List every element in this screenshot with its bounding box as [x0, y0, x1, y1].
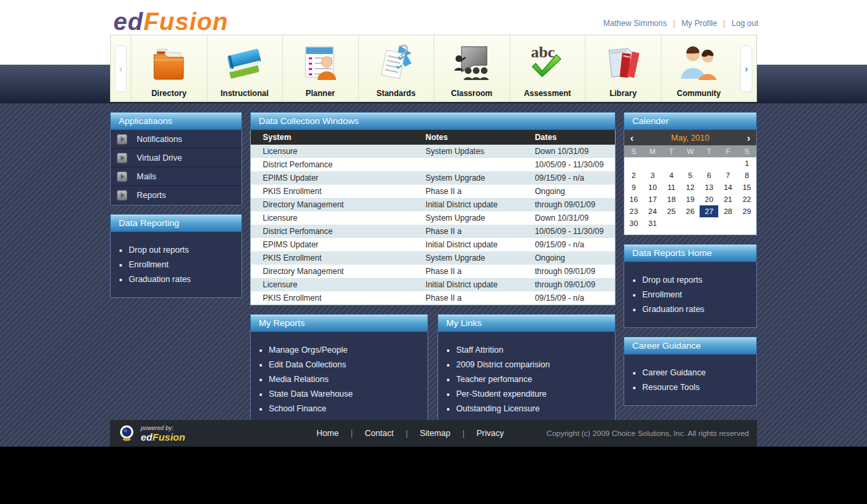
separator: | [723, 19, 725, 28]
list-item-link[interactable]: 2009 District comparision [456, 360, 610, 369]
sidebar-item-label: Notifications [137, 135, 182, 144]
table-header-row: System Notes Dates [251, 130, 615, 145]
calendar-day[interactable]: 4 [662, 169, 681, 181]
nav-standards[interactable]: Standards [358, 35, 434, 101]
calendar-day[interactable]: 12 [681, 181, 700, 193]
list-item-link[interactable]: State Data Warehouse [269, 389, 422, 399]
calendar-day[interactable]: 31 [643, 217, 662, 229]
nav-classroom[interactable]: Classroom [434, 35, 510, 101]
calendar-day[interactable]: 18 [662, 193, 681, 205]
calendar-next-button[interactable]: › [747, 131, 750, 145]
sidebar-item-label: Virtual Drive [137, 153, 182, 163]
list-item-link[interactable]: Resource Tools [642, 383, 751, 392]
list-item-link[interactable]: School Finance [269, 404, 422, 413]
footer-links: HomeContactSitemapPrivacy [283, 429, 537, 438]
carousel-prev-button[interactable]: ‹ [115, 45, 127, 92]
sidebar-item[interactable]: Mails [111, 167, 241, 186]
calendar-day[interactable]: 14 [718, 181, 737, 193]
cell-system: Licensure [251, 278, 425, 291]
table-row: District Perfomance 10/05/09 - 11/30/09 [251, 158, 615, 171]
data-collection-panel: Data Collection Windows System Notes Dat… [250, 112, 616, 305]
calendar-day[interactable]: 30 [624, 217, 643, 229]
nav-label: Community [677, 87, 721, 99]
calendar-grid: 1234567891011121314151617181920212223242… [624, 157, 756, 229]
list-item-link[interactable]: Drop out reports [642, 275, 751, 285]
nav-community[interactable]: Community [661, 35, 737, 101]
calendar-day[interactable]: 24 [643, 205, 662, 217]
calendar-day[interactable]: 19 [681, 193, 700, 205]
calendar-day[interactable]: 8 [738, 169, 756, 181]
calendar-empty-cell [662, 217, 681, 229]
data-reporting-list: Drop out reportsEnrollmentGraduation rat… [111, 232, 241, 297]
logout-link[interactable]: Log out [732, 19, 758, 28]
my-reports-title: My Reports [250, 314, 428, 332]
list-item-link[interactable]: Career Guidance [642, 368, 751, 377]
cell-dates: through 09/01/09 [535, 265, 615, 278]
calendar-day[interactable]: 1 [738, 157, 756, 169]
list-item-link[interactable]: Edit Data Collections [269, 360, 422, 369]
calendar-day[interactable]: 7 [718, 169, 737, 181]
list-item-link[interactable]: Staff Attrition [456, 345, 610, 355]
cell-system: Directory Management [251, 265, 425, 278]
list-item-link[interactable]: Manage Orgs/People [269, 345, 422, 355]
nav-library[interactable]: Library [585, 35, 661, 101]
calendar-day[interactable]: 25 [662, 205, 681, 217]
calendar-day[interactable]: 28 [718, 205, 737, 217]
calendar-day[interactable]: 21 [718, 193, 737, 205]
list-item-link[interactable]: Enrollment [642, 290, 751, 299]
list-item-link[interactable]: Outstanding Licensure [456, 404, 610, 413]
data-collection-title: Data Collection Windows [250, 112, 616, 130]
calendar-day[interactable]: 10 [643, 181, 662, 193]
nav-directory[interactable]: Directory [131, 35, 207, 101]
calendar-day[interactable]: 29 [738, 205, 756, 217]
nav-label: Standards [376, 87, 415, 99]
footer-link[interactable]: Privacy [456, 429, 510, 438]
library-icon [602, 39, 644, 87]
nav-instructional[interactable]: Instructional [207, 35, 283, 101]
globe-icon [118, 425, 135, 442]
list-item-link[interactable]: Teacher perfomance [456, 375, 610, 384]
nav-assessment[interactable]: abc Assessment [510, 35, 586, 101]
sidebar-item[interactable]: Notifications [111, 130, 241, 149]
calendar-day[interactable]: 11 [662, 181, 681, 193]
calendar-day[interactable]: 2 [624, 169, 643, 181]
calendar-empty-cell [718, 217, 737, 229]
user-name-link[interactable]: Mathew Simmons [604, 19, 667, 28]
calendar-day[interactable]: 13 [700, 181, 718, 193]
calendar-day[interactable]: 22 [738, 193, 756, 205]
cell-notes: System Upgrade [425, 251, 535, 265]
sidebar-item[interactable]: Reports [111, 186, 241, 205]
my-profile-link[interactable]: My Profile [682, 19, 717, 28]
cell-notes: Initial District update [425, 278, 535, 291]
calendar-day[interactable]: 6 [700, 169, 718, 181]
footer-link[interactable]: Home [310, 429, 344, 438]
calendar-day[interactable]: 20 [700, 193, 718, 205]
calendar-day[interactable]: 3 [643, 169, 662, 181]
footer-edfusion-logo: edFusion [141, 431, 185, 443]
cell-notes: Phase II a [425, 291, 535, 305]
calendar-day[interactable]: 15 [738, 181, 756, 193]
sidebar-item[interactable]: Virtual Drive [111, 149, 241, 167]
list-item-link[interactable]: Drop out reports [129, 245, 236, 255]
list-item-link[interactable]: Graduation rates [642, 305, 751, 314]
calendar-day[interactable]: 9 [624, 181, 643, 193]
list-item-link[interactable]: Enrollment [129, 260, 236, 269]
career-guidance-list: Career GuidanceResource Tools [624, 355, 756, 405]
carousel-next-button[interactable]: › [740, 45, 752, 92]
calendar-day[interactable]: 26 [681, 205, 700, 217]
calendar-day[interactable]: 5 [681, 169, 700, 181]
list-item-link[interactable]: Media Relations [269, 375, 422, 384]
main-area: Applicatiaons Notifications Virtual Driv… [0, 103, 867, 447]
footer-link[interactable]: Sitemap [399, 429, 456, 438]
table-row: Directory Management Initial District up… [251, 198, 615, 211]
calendar-day[interactable]: 27 [700, 205, 718, 217]
calendar-day[interactable]: 23 [624, 205, 643, 217]
list-item-link[interactable]: Per-Student expenditure [456, 389, 610, 399]
carousel-prev: ‹ [111, 35, 131, 101]
cell-system: Licensure [251, 211, 425, 225]
footer-link[interactable]: Contact [345, 429, 399, 438]
calendar-day[interactable]: 17 [643, 193, 662, 205]
nav-planner[interactable]: Planner [282, 35, 358, 101]
calendar-day[interactable]: 16 [624, 193, 643, 205]
list-item-link[interactable]: Graduation rates [129, 275, 236, 284]
